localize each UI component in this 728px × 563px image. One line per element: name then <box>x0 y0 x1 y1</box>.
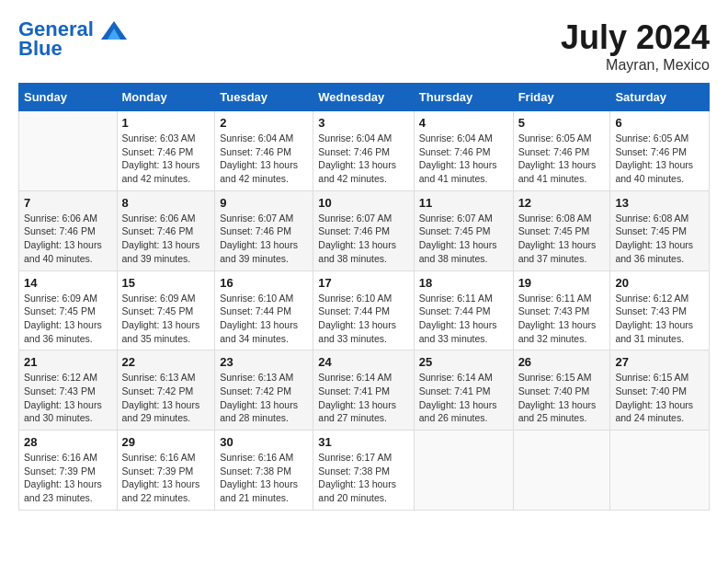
month-title: July 2024 <box>561 18 710 57</box>
daylight: Daylight: 13 hours and 41 minutes. <box>518 159 597 184</box>
day-number: 8 <box>122 196 210 210</box>
sunrise: Sunrise: 6:08 AM <box>615 213 688 224</box>
calendar-cell: 22 Sunrise: 6:13 AM Sunset: 7:42 PM Dayl… <box>117 350 215 431</box>
sunrise: Sunrise: 6:16 AM <box>24 452 97 463</box>
sunset: Sunset: 7:40 PM <box>518 385 590 396</box>
day-number: 22 <box>122 355 210 369</box>
sunset: Sunset: 7:46 PM <box>419 146 491 157</box>
calendar-cell: 9 Sunrise: 6:07 AM Sunset: 7:46 PM Dayli… <box>215 190 313 270</box>
day-info: Sunrise: 6:08 AM Sunset: 7:45 PM Dayligh… <box>615 212 704 266</box>
day-info: Sunrise: 6:14 AM Sunset: 7:41 PM Dayligh… <box>419 371 508 425</box>
logo: General Blue <box>18 18 127 61</box>
day-info: Sunrise: 6:10 AM Sunset: 7:44 PM Dayligh… <box>318 292 408 346</box>
daylight: Daylight: 13 hours and 27 minutes. <box>318 399 396 424</box>
sunset: Sunset: 7:39 PM <box>24 465 96 477</box>
day-number: 3 <box>318 116 408 130</box>
sunrise: Sunrise: 6:17 AM <box>318 452 392 463</box>
calendar-cell: 5 Sunrise: 6:05 AM Sunset: 7:46 PM Dayli… <box>513 111 610 191</box>
sunrise: Sunrise: 6:10 AM <box>318 293 392 304</box>
sunset: Sunset: 7:46 PM <box>122 225 194 236</box>
sunrise: Sunrise: 6:15 AM <box>518 372 592 383</box>
sunrise: Sunrise: 6:05 AM <box>615 132 688 144</box>
calendar-cell: 15 Sunrise: 6:09 AM Sunset: 7:45 PM Dayl… <box>117 270 215 350</box>
sunrise: Sunrise: 6:16 AM <box>122 452 196 463</box>
sunset: Sunset: 7:45 PM <box>419 225 491 236</box>
title-block: July 2024 Mayran, Mexico <box>561 18 710 74</box>
col-friday: Friday <box>513 84 610 111</box>
sunset: Sunset: 7:46 PM <box>220 225 291 236</box>
daylight: Daylight: 13 hours and 36 minutes. <box>615 239 693 264</box>
day-number: 10 <box>318 196 408 210</box>
day-number: 20 <box>615 276 704 290</box>
daylight: Daylight: 13 hours and 40 minutes. <box>615 159 693 184</box>
day-number: 29 <box>122 435 210 449</box>
day-info: Sunrise: 6:15 AM Sunset: 7:40 PM Dayligh… <box>518 371 606 425</box>
sunrise: Sunrise: 6:14 AM <box>419 372 493 383</box>
daylight: Daylight: 13 hours and 30 minutes. <box>24 399 102 424</box>
daylight: Daylight: 13 hours and 33 minutes. <box>318 319 396 344</box>
sunset: Sunset: 7:45 PM <box>122 305 194 316</box>
sunrise: Sunrise: 6:09 AM <box>24 293 97 304</box>
day-info: Sunrise: 6:07 AM Sunset: 7:46 PM Dayligh… <box>220 212 308 266</box>
calendar-cell: 28 Sunrise: 6:16 AM Sunset: 7:39 PM Dayl… <box>19 431 118 511</box>
day-number: 21 <box>24 355 112 369</box>
daylight: Daylight: 13 hours and 31 minutes. <box>615 319 693 344</box>
day-number: 14 <box>24 276 112 290</box>
sunset: Sunset: 7:45 PM <box>24 305 96 316</box>
day-info: Sunrise: 6:11 AM Sunset: 7:43 PM Dayligh… <box>518 292 606 346</box>
sunset: Sunset: 7:42 PM <box>122 385 194 396</box>
calendar-cell: 17 Sunrise: 6:10 AM Sunset: 7:44 PM Dayl… <box>313 270 414 350</box>
calendar-cell: 13 Sunrise: 6:08 AM Sunset: 7:45 PM Dayl… <box>610 190 710 270</box>
sunrise: Sunrise: 6:04 AM <box>419 132 493 144</box>
sunrise: Sunrise: 6:08 AM <box>518 213 592 224</box>
sunrise: Sunrise: 6:12 AM <box>24 372 97 383</box>
sunset: Sunset: 7:44 PM <box>419 305 491 316</box>
calendar-cell: 26 Sunrise: 6:15 AM Sunset: 7:40 PM Dayl… <box>513 350 610 431</box>
day-number: 16 <box>220 276 308 290</box>
calendar-cell: 4 Sunrise: 6:04 AM Sunset: 7:46 PM Dayli… <box>414 111 513 191</box>
sunrise: Sunrise: 6:12 AM <box>615 293 688 304</box>
day-number: 5 <box>518 116 606 130</box>
week-row-3: 21 Sunrise: 6:12 AM Sunset: 7:43 PM Dayl… <box>19 350 710 431</box>
calendar-cell <box>610 431 710 511</box>
day-info: Sunrise: 6:17 AM Sunset: 7:38 PM Dayligh… <box>318 451 408 505</box>
col-monday: Monday <box>117 84 215 111</box>
calendar-cell: 11 Sunrise: 6:07 AM Sunset: 7:45 PM Dayl… <box>414 190 513 270</box>
daylight: Daylight: 13 hours and 39 minutes. <box>220 239 298 264</box>
calendar-cell: 25 Sunrise: 6:14 AM Sunset: 7:41 PM Dayl… <box>414 350 513 431</box>
day-number: 13 <box>615 196 704 210</box>
week-row-1: 7 Sunrise: 6:06 AM Sunset: 7:46 PM Dayli… <box>19 190 710 270</box>
calendar-cell <box>414 431 513 511</box>
day-number: 31 <box>318 435 408 449</box>
day-number: 1 <box>122 116 210 130</box>
calendar-cell: 3 Sunrise: 6:04 AM Sunset: 7:46 PM Dayli… <box>313 111 414 191</box>
day-info: Sunrise: 6:16 AM Sunset: 7:39 PM Dayligh… <box>24 451 112 505</box>
daylight: Daylight: 13 hours and 35 minutes. <box>122 319 200 344</box>
day-number: 27 <box>615 355 704 369</box>
day-info: Sunrise: 6:07 AM Sunset: 7:46 PM Dayligh… <box>318 212 408 266</box>
sunset: Sunset: 7:45 PM <box>615 225 687 236</box>
sunset: Sunset: 7:46 PM <box>615 146 687 157</box>
sunrise: Sunrise: 6:09 AM <box>122 293 196 304</box>
daylight: Daylight: 13 hours and 28 minutes. <box>220 399 298 424</box>
day-number: 15 <box>122 276 210 290</box>
day-number: 26 <box>518 355 606 369</box>
sunset: Sunset: 7:45 PM <box>518 225 590 236</box>
week-row-4: 28 Sunrise: 6:16 AM Sunset: 7:39 PM Dayl… <box>19 431 710 511</box>
day-info: Sunrise: 6:15 AM Sunset: 7:40 PM Dayligh… <box>615 371 704 425</box>
day-number: 30 <box>220 435 308 449</box>
day-number: 6 <box>615 116 704 130</box>
sunrise: Sunrise: 6:11 AM <box>518 293 592 304</box>
calendar-cell: 27 Sunrise: 6:15 AM Sunset: 7:40 PM Dayl… <box>610 350 710 431</box>
sunset: Sunset: 7:43 PM <box>615 305 687 316</box>
daylight: Daylight: 13 hours and 42 minutes. <box>318 159 396 184</box>
col-wednesday: Wednesday <box>313 84 414 111</box>
col-thursday: Thursday <box>414 84 513 111</box>
sunset: Sunset: 7:38 PM <box>220 465 291 477</box>
day-info: Sunrise: 6:09 AM Sunset: 7:45 PM Dayligh… <box>24 292 112 346</box>
day-info: Sunrise: 6:16 AM Sunset: 7:38 PM Dayligh… <box>220 451 308 505</box>
day-number: 11 <box>419 196 508 210</box>
calendar-cell: 20 Sunrise: 6:12 AM Sunset: 7:43 PM Dayl… <box>610 270 710 350</box>
sunrise: Sunrise: 6:15 AM <box>615 372 688 383</box>
location: Mayran, Mexico <box>561 57 710 74</box>
